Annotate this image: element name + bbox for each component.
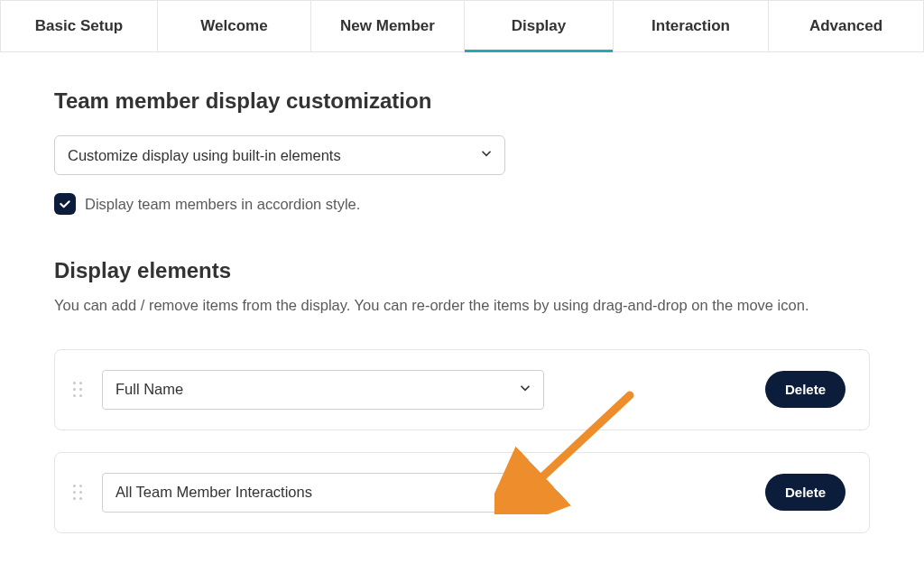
tabs-bar: Basic SetupWelcomeNew MemberDisplayInter… xyxy=(0,0,924,52)
elements-title: Display elements xyxy=(54,258,870,283)
element-type-value: All Team Member Interactions xyxy=(116,484,312,501)
tab-advanced[interactable]: Advanced xyxy=(769,0,924,51)
drag-handle-icon[interactable] xyxy=(73,485,86,500)
display-mode-value: Customize display using built-in element… xyxy=(68,147,341,164)
accordion-checkbox-label: Display team members in accordion style. xyxy=(85,196,360,213)
drag-handle-icon[interactable] xyxy=(73,382,86,397)
delete-button[interactable]: Delete xyxy=(765,371,845,408)
display-element-row: Full NameDelete xyxy=(54,349,870,430)
accordion-checkbox-row: Display team members in accordion style. xyxy=(54,193,870,215)
accordion-checkbox[interactable] xyxy=(54,193,76,215)
display-element-row: All Team Member InteractionsDelete xyxy=(54,452,870,533)
display-mode-select[interactable]: Customize display using built-in element… xyxy=(54,135,505,175)
elements-description: You can add / remove items from the disp… xyxy=(54,294,870,317)
content-area: Team member display customization Custom… xyxy=(0,52,924,582)
tab-display[interactable]: Display xyxy=(465,0,614,51)
tab-basic-setup[interactable]: Basic Setup xyxy=(0,0,158,51)
tab-new-member[interactable]: New Member xyxy=(311,0,465,51)
tab-welcome[interactable]: Welcome xyxy=(158,0,311,51)
delete-button[interactable]: Delete xyxy=(765,474,845,511)
element-type-select[interactable]: Full Name xyxy=(102,370,544,410)
tab-interaction[interactable]: Interaction xyxy=(614,0,769,51)
element-type-select[interactable]: All Team Member Interactions xyxy=(102,473,544,513)
customization-title: Team member display customization xyxy=(54,88,870,114)
element-type-value: Full Name xyxy=(116,381,183,398)
